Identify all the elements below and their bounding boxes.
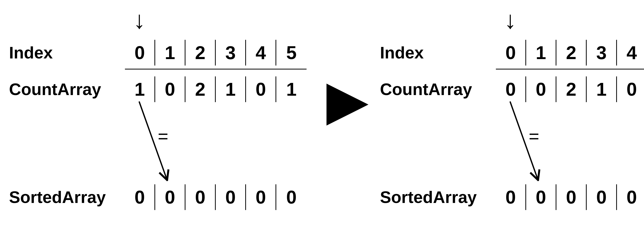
- count-cell: 0: [246, 76, 276, 102]
- sorted-cell: 0: [186, 184, 216, 210]
- sorted-cell: 0: [617, 184, 644, 210]
- count-cell: 0: [526, 76, 556, 102]
- label-index: Index: [380, 44, 424, 61]
- index-cell: 1: [526, 40, 556, 66]
- index-cell: 4: [617, 40, 644, 66]
- index-cell: 3: [587, 40, 617, 66]
- pointer-arrow-icon: ↓: [504, 8, 516, 32]
- sorted-cell: 0: [556, 184, 587, 210]
- sorted-cell: 0: [496, 184, 526, 210]
- count-cell: 1: [587, 76, 617, 102]
- label-count: CountArray: [380, 81, 472, 98]
- label-sorted: SortedArray: [9, 189, 106, 206]
- label-index: Index: [9, 44, 53, 61]
- sorted-row: 0 0 0 0 0 0: [496, 184, 644, 210]
- count-cell: 1: [276, 76, 306, 102]
- index-cell: 1: [155, 40, 186, 66]
- count-row: 1 0 2 1 0 1: [125, 76, 306, 102]
- divider: [496, 69, 644, 70]
- sorted-cell: 0: [587, 184, 617, 210]
- equals-sign: =: [529, 127, 539, 145]
- index-cell: 5: [276, 40, 306, 66]
- count-cell: 1: [216, 76, 246, 102]
- count-cell: 2: [186, 76, 216, 102]
- sorted-cell: 0: [216, 184, 246, 210]
- label-sorted: SortedArray: [380, 189, 477, 206]
- index-row: 0 1 2 3 4 5: [496, 40, 644, 66]
- panel-before: ↓ Index CountArray SortedArray 0 1 2 3 4…: [9, 0, 331, 228]
- transition-play-icon: ▶: [327, 75, 367, 126]
- divider: [125, 69, 306, 70]
- sorted-cell: 0: [155, 184, 186, 210]
- count-row: 0 0 2 1 0 1: [496, 76, 644, 102]
- sorted-cell: 0: [125, 184, 155, 210]
- count-cell: 0: [155, 76, 186, 102]
- count-cell: 2: [556, 76, 587, 102]
- count-cell: 1: [125, 76, 155, 102]
- index-cell: 0: [496, 40, 526, 66]
- count-cell: 0: [496, 76, 526, 102]
- sorted-cell: 0: [276, 184, 306, 210]
- sorted-cell: 0: [526, 184, 556, 210]
- label-count: CountArray: [9, 81, 101, 98]
- index-cell: 2: [556, 40, 587, 66]
- index-cell: 3: [216, 40, 246, 66]
- sorted-cell: 0: [246, 184, 276, 210]
- sorted-row: 0 0 0 0 0 0: [125, 184, 306, 210]
- equals-sign: =: [158, 127, 168, 145]
- diagram-stage: ↓ Index CountArray SortedArray 0 1 2 3 4…: [0, 0, 644, 228]
- pointer-arrow-icon: ↓: [133, 8, 146, 32]
- count-cell: 0: [617, 76, 644, 102]
- index-cell: 4: [246, 40, 276, 66]
- index-row: 0 1 2 3 4 5: [125, 40, 306, 66]
- index-cell: 0: [125, 40, 155, 66]
- index-cell: 2: [186, 40, 216, 66]
- panel-after: ↓ Index CountArray SortedArray 0 1 2 3 4…: [380, 0, 644, 228]
